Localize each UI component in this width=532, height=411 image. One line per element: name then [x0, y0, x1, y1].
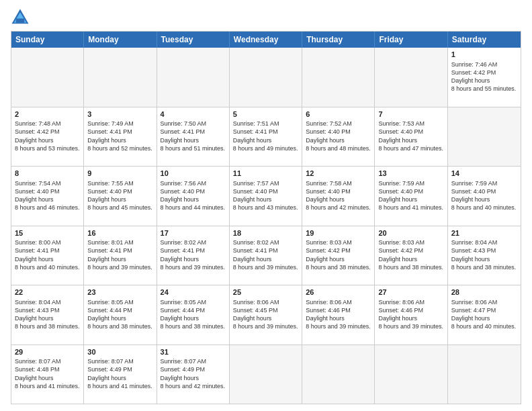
calendar-cell: 19Sunrise: 8:03 AMSunset: 4:42 PMDayligh…	[302, 226, 375, 285]
day-info: Sunrise: 7:54 AMSunset: 4:40 PMDaylight …	[15, 179, 80, 212]
calendar-cell: 29Sunrise: 8:07 AMSunset: 4:48 PMDayligh…	[11, 345, 84, 404]
day-info: Sunrise: 8:05 AMSunset: 4:44 PMDaylight …	[87, 298, 152, 331]
day-number: 11	[233, 169, 298, 179]
day-number: 4	[161, 109, 226, 120]
calendar-header-cell: Sunday	[11, 32, 84, 48]
calendar-header-cell: Thursday	[302, 32, 375, 48]
logo	[11, 8, 32, 27]
calendar-cell	[375, 48, 447, 107]
day-info: Sunrise: 7:59 AMSunset: 4:40 PMDaylight …	[378, 179, 443, 212]
day-number: 9	[87, 169, 152, 179]
day-info: Sunrise: 7:52 AMSunset: 4:40 PMDaylight …	[306, 120, 371, 152]
day-number: 7	[378, 109, 443, 120]
day-info: Sunrise: 7:59 AMSunset: 4:40 PMDaylight …	[451, 179, 517, 212]
calendar-cell: 13Sunrise: 7:59 AMSunset: 4:40 PMDayligh…	[375, 167, 447, 226]
day-info: Sunrise: 8:01 AMSunset: 4:41 PMDaylight …	[87, 238, 152, 271]
calendar-cell	[84, 48, 157, 107]
day-info: Sunrise: 8:02 AMSunset: 4:41 PMDaylight …	[233, 238, 298, 271]
day-info: Sunrise: 8:05 AMSunset: 4:44 PMDaylight …	[161, 298, 226, 331]
calendar-row: 15Sunrise: 8:00 AMSunset: 4:41 PMDayligh…	[11, 226, 521, 285]
day-info: Sunrise: 8:02 AMSunset: 4:41 PMDaylight …	[161, 238, 226, 271]
day-number: 30	[87, 347, 152, 357]
calendar-cell	[375, 345, 447, 404]
calendar-body: 1Sunrise: 7:46 AMSunset: 4:42 PMDaylight…	[11, 48, 521, 404]
day-number: 22	[15, 287, 80, 298]
day-number: 24	[161, 287, 226, 298]
calendar-row: 1Sunrise: 7:46 AMSunset: 4:42 PMDaylight…	[11, 48, 521, 107]
calendar-cell: 8Sunrise: 7:54 AMSunset: 4:40 PMDaylight…	[11, 167, 84, 226]
day-info: Sunrise: 8:03 AMSunset: 4:42 PMDaylight …	[378, 238, 443, 271]
calendar-cell: 5Sunrise: 7:51 AMSunset: 4:41 PMDaylight…	[230, 107, 302, 167]
calendar-cell: 10Sunrise: 7:56 AMSunset: 4:40 PMDayligh…	[157, 167, 230, 226]
day-number: 18	[233, 228, 298, 238]
header	[11, 8, 521, 27]
day-number: 10	[161, 169, 226, 179]
day-info: Sunrise: 8:06 AMSunset: 4:45 PMDaylight …	[233, 298, 298, 331]
calendar: SundayMondayTuesdayWednesdayThursdayFrid…	[11, 31, 521, 404]
calendar-cell: 30Sunrise: 8:07 AMSunset: 4:49 PMDayligh…	[84, 345, 157, 404]
calendar-header-cell: Monday	[84, 32, 157, 48]
calendar-cell	[302, 48, 375, 107]
day-number: 17	[161, 228, 226, 238]
day-number: 19	[306, 228, 371, 238]
day-number: 14	[451, 169, 517, 179]
calendar-cell: 4Sunrise: 7:50 AMSunset: 4:41 PMDaylight…	[157, 107, 230, 167]
calendar-cell: 9Sunrise: 7:55 AMSunset: 4:40 PMDaylight…	[84, 167, 157, 226]
calendar-cell: 24Sunrise: 8:05 AMSunset: 4:44 PMDayligh…	[157, 285, 230, 345]
logo-icon	[11, 8, 30, 27]
day-number: 12	[306, 169, 371, 179]
calendar-cell	[230, 345, 302, 404]
calendar-cell	[302, 345, 375, 404]
svg-rect-2	[16, 19, 24, 23]
calendar-cell	[157, 48, 230, 107]
calendar-header-cell: Friday	[375, 32, 447, 48]
calendar-cell: 2Sunrise: 7:48 AMSunset: 4:42 PMDaylight…	[11, 107, 84, 167]
calendar-cell: 27Sunrise: 8:06 AMSunset: 4:46 PMDayligh…	[375, 285, 447, 345]
day-info: Sunrise: 7:56 AMSunset: 4:40 PMDaylight …	[161, 179, 226, 212]
day-info: Sunrise: 8:06 AMSunset: 4:46 PMDaylight …	[306, 298, 371, 331]
day-info: Sunrise: 7:50 AMSunset: 4:41 PMDaylight …	[161, 120, 226, 152]
calendar-cell: 26Sunrise: 8:06 AMSunset: 4:46 PMDayligh…	[302, 285, 375, 345]
day-info: Sunrise: 7:57 AMSunset: 4:40 PMDaylight …	[233, 179, 298, 212]
calendar-cell: 7Sunrise: 7:53 AMSunset: 4:40 PMDaylight…	[375, 107, 447, 167]
day-number: 31	[161, 347, 226, 357]
day-info: Sunrise: 7:58 AMSunset: 4:40 PMDaylight …	[306, 179, 371, 212]
calendar-cell: 12Sunrise: 7:58 AMSunset: 4:40 PMDayligh…	[302, 167, 375, 226]
day-info: Sunrise: 7:48 AMSunset: 4:42 PMDaylight …	[15, 120, 80, 152]
calendar-cell: 15Sunrise: 8:00 AMSunset: 4:41 PMDayligh…	[11, 226, 84, 285]
day-number: 15	[15, 228, 80, 238]
calendar-cell: 16Sunrise: 8:01 AMSunset: 4:41 PMDayligh…	[84, 226, 157, 285]
page-container: SundayMondayTuesdayWednesdayThursdayFrid…	[0, 0, 532, 411]
day-number: 8	[15, 169, 80, 179]
day-info: Sunrise: 8:03 AMSunset: 4:42 PMDaylight …	[306, 238, 371, 271]
calendar-cell: 28Sunrise: 8:06 AMSunset: 4:47 PMDayligh…	[448, 285, 521, 345]
day-info: Sunrise: 8:00 AMSunset: 4:41 PMDaylight …	[15, 238, 80, 271]
day-number: 2	[15, 109, 80, 120]
day-number: 28	[451, 287, 517, 298]
calendar-row: 8Sunrise: 7:54 AMSunset: 4:40 PMDaylight…	[11, 166, 521, 226]
day-number: 25	[233, 287, 298, 298]
calendar-cell	[11, 48, 84, 107]
calendar-cell	[230, 48, 302, 107]
day-number: 23	[87, 287, 152, 298]
day-info: Sunrise: 8:06 AMSunset: 4:46 PMDaylight …	[378, 298, 443, 331]
calendar-cell	[448, 107, 521, 167]
day-number: 3	[87, 109, 152, 120]
day-number: 26	[306, 287, 371, 298]
day-number: 20	[378, 228, 443, 238]
calendar-cell: 23Sunrise: 8:05 AMSunset: 4:44 PMDayligh…	[84, 285, 157, 345]
day-info: Sunrise: 8:07 AMSunset: 4:49 PMDaylight …	[161, 357, 226, 390]
calendar-row: 22Sunrise: 8:04 AMSunset: 4:43 PMDayligh…	[11, 285, 521, 345]
day-number: 16	[87, 228, 152, 238]
calendar-cell: 21Sunrise: 8:04 AMSunset: 4:43 PMDayligh…	[448, 226, 521, 285]
calendar-cell: 22Sunrise: 8:04 AMSunset: 4:43 PMDayligh…	[11, 285, 84, 345]
calendar-header-cell: Wednesday	[230, 32, 302, 48]
calendar-cell: 20Sunrise: 8:03 AMSunset: 4:42 PMDayligh…	[375, 226, 447, 285]
calendar-header-cell: Saturday	[448, 32, 521, 48]
calendar-row: 29Sunrise: 8:07 AMSunset: 4:48 PMDayligh…	[11, 345, 521, 404]
calendar-cell: 25Sunrise: 8:06 AMSunset: 4:45 PMDayligh…	[230, 285, 302, 345]
day-info: Sunrise: 8:04 AMSunset: 4:43 PMDaylight …	[15, 298, 80, 331]
calendar-cell: 11Sunrise: 7:57 AMSunset: 4:40 PMDayligh…	[230, 167, 302, 226]
calendar-cell: 17Sunrise: 8:02 AMSunset: 4:41 PMDayligh…	[157, 226, 230, 285]
calendar-header-cell: Tuesday	[157, 32, 230, 48]
